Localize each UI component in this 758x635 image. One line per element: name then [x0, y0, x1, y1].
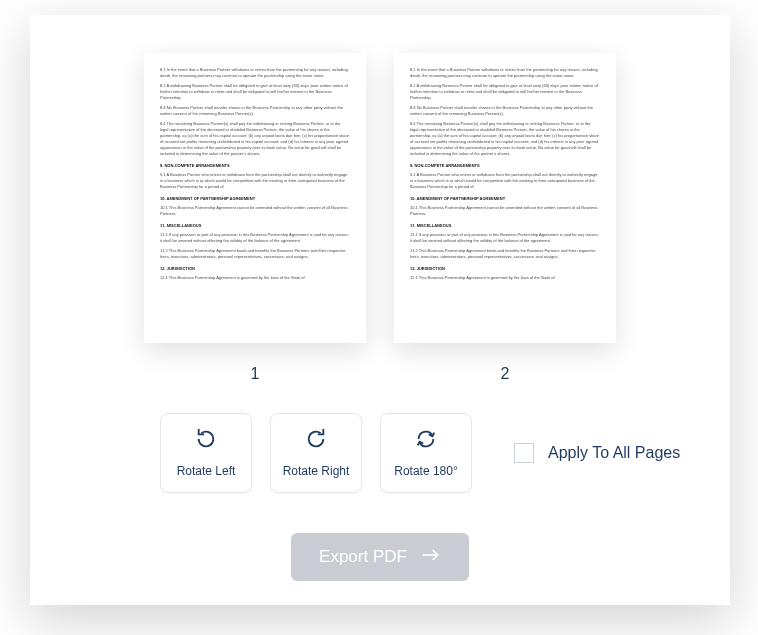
doc-line: 9.1 A Business Partner who retires or wi… — [410, 172, 600, 190]
doc-line: 8.4 The remaining Business Partner(s) sh… — [410, 121, 600, 157]
doc-line: 10.1 This Business Partnership Agreement… — [410, 205, 600, 217]
rotate-left-label: Rotate Left — [177, 464, 236, 478]
apply-all-wrap: Apply To All Pages — [514, 443, 680, 463]
arrow-right-icon — [421, 547, 441, 567]
page-thumbnail-2[interactable]: 8.1 In the event that a Business Partner… — [394, 53, 616, 343]
doc-line: 9.1 A Business Partner who retires or wi… — [160, 172, 350, 190]
page-wrap-1: 8.1 In the event that a Business Partner… — [144, 53, 366, 383]
export-pdf-button[interactable]: Export PDF — [291, 533, 469, 581]
page-number-1: 1 — [251, 365, 260, 383]
doc-heading: 12. JURISDICTION — [410, 266, 600, 272]
rotate-180-label: Rotate 180° — [394, 464, 458, 478]
doc-line: 8.3 No Business Partner shall transfer s… — [160, 105, 350, 117]
doc-line: 11.2 This Business Partnership Agreement… — [410, 248, 600, 260]
page-wrap-2: 8.1 In the event that a Business Partner… — [394, 53, 616, 383]
rotate-right-label: Rotate Right — [283, 464, 350, 478]
rotate-right-button[interactable]: Rotate Right — [270, 413, 362, 493]
editor-canvas: 8.1 In the event that a Business Partner… — [30, 15, 730, 605]
apply-all-checkbox[interactable] — [514, 443, 534, 463]
page-number-2: 2 — [501, 365, 510, 383]
doc-line: 8.2 A withdrawing Business Partner shall… — [410, 83, 600, 101]
doc-line: 8.1 In the event that a Business Partner… — [410, 67, 600, 79]
doc-line: 8.1 In the event that a Business Partner… — [160, 67, 350, 79]
doc-line: 11.1 If any provision or part of any pro… — [410, 232, 600, 244]
doc-line: 12.1 This Business Partnership Agreement… — [410, 275, 600, 281]
doc-heading: 10. AMENDMENT OF PARTNERSHIP AGREEMENT — [160, 196, 350, 202]
rotate-180-button[interactable]: Rotate 180° — [380, 413, 472, 493]
doc-heading: 10. AMENDMENT OF PARTNERSHIP AGREEMENT — [410, 196, 600, 202]
doc-heading: 9. NON-COMPETE ARRANGEMENTS — [410, 163, 600, 169]
rotate-left-button[interactable]: Rotate Left — [160, 413, 252, 493]
rotate-right-icon — [305, 428, 327, 454]
doc-line: 11.2 This Business Partnership Agreement… — [160, 248, 350, 260]
doc-line: 8.3 No Business Partner shall transfer s… — [410, 105, 600, 117]
apply-all-label: Apply To All Pages — [548, 444, 680, 462]
doc-text: 8.1 In the event that a Business Partner… — [160, 67, 350, 281]
doc-text: 8.1 In the event that a Business Partner… — [410, 67, 600, 281]
pages-row: 8.1 In the event that a Business Partner… — [70, 53, 690, 383]
doc-heading: 11. MISCELLANEOUS — [160, 223, 350, 229]
doc-line: 12.1 This Business Partnership Agreement… — [160, 275, 350, 281]
doc-line: 10.1 This Business Partnership Agreement… — [160, 205, 350, 217]
export-row: Export PDF — [70, 533, 690, 581]
doc-line: 8.4 The remaining Business Partner(s) sh… — [160, 121, 350, 157]
export-pdf-label: Export PDF — [319, 547, 407, 567]
page-thumbnail-1[interactable]: 8.1 In the event that a Business Partner… — [144, 53, 366, 343]
controls-row: Rotate Left Rotate Right Rotate 180° App… — [70, 413, 690, 493]
doc-heading: 9. NON-COMPETE ARRANGEMENTS — [160, 163, 350, 169]
rotate-180-icon — [415, 428, 437, 454]
doc-heading: 12. JURISDICTION — [160, 266, 350, 272]
doc-heading: 11. MISCELLANEOUS — [410, 223, 600, 229]
rotate-left-icon — [195, 428, 217, 454]
doc-line: 8.2 A withdrawing Business Partner shall… — [160, 83, 350, 101]
doc-line: 11.1 If any provision or part of any pro… — [160, 232, 350, 244]
